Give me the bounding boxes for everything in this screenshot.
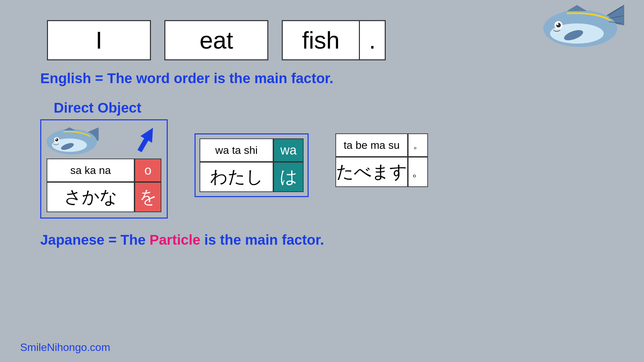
direct-object-title: Direct Object (54, 100, 141, 116)
word-box-eat: eat (164, 20, 268, 60)
website-text: SmileNihongo.com (20, 341, 110, 353)
wa-japanese-cell: は (273, 162, 304, 192)
word-fish-text: fish (302, 26, 339, 54)
tabemasu-japanese-cell: たべます (335, 157, 408, 187)
japanese-prefix: Japanese = (40, 232, 120, 248)
watashi-romaji-row: wa ta shi wa (200, 138, 304, 162)
tabemasu-romaji-cell: ta be ma su (335, 133, 408, 157)
direct-object-box: sa ka na o さかな を (40, 119, 168, 219)
wa-romaji-cell: wa (273, 138, 304, 162)
sakana-romaji-row: sa ka na o (47, 159, 161, 182)
watashi-japanese-row: わたし は (200, 162, 304, 192)
japanese-label: Japanese = The Particle is the main fact… (40, 232, 624, 248)
word-eat-text: eat (200, 26, 233, 54)
wo-particle-cell: を (135, 182, 161, 212)
sentence-row: I eat fish . (47, 20, 624, 60)
svg-point-17 (55, 138, 58, 141)
main-container: I eat fish . English = The word order is… (0, 0, 644, 362)
period-text: . (369, 26, 376, 54)
word-box-period: . (359, 20, 386, 60)
svg-point-18 (55, 138, 57, 140)
svg-point-7 (556, 23, 558, 25)
japanese-middle: The (120, 232, 149, 248)
arrow-svg (135, 126, 158, 153)
period-romaji-cell: 。 (408, 133, 428, 157)
website-footer: SmileNihongo.com (20, 341, 110, 354)
word-box-fish-container: fish . (282, 20, 386, 60)
sakana-romaji-cell: sa ka na (47, 159, 135, 182)
svg-marker-3 (567, 5, 587, 11)
english-label: English = The word order is the main fac… (40, 70, 624, 86)
bottom-section: Direct Object (40, 100, 624, 219)
fish-illustration-top (540, 2, 627, 55)
english-suffix: The word order is the main factor. (107, 70, 333, 86)
direct-object-block: Direct Object (40, 100, 168, 219)
watashi-romaji-cell: wa ta shi (200, 138, 273, 162)
watashi-block: wa ta shi wa わたし は (195, 133, 309, 197)
svg-marker-19 (135, 126, 158, 153)
tabemasu-block: ta be ma su 。 たべます 。 (335, 133, 428, 187)
watashi-japanese-cell: わたし (200, 162, 273, 192)
sakana-japanese-row: さかな を (47, 182, 161, 212)
sakana-japanese-cell: さかな (47, 182, 135, 212)
japanese-suffix: is the main factor. (200, 232, 324, 248)
fish-small-svg (47, 126, 100, 156)
word-box-i: I (47, 20, 151, 60)
o-particle-cell: o (135, 159, 161, 182)
word-box-fish: fish (282, 20, 359, 60)
tabemasu-romaji-row: ta be ma su 。 (335, 133, 428, 157)
word-i-text: I (96, 26, 102, 54)
tabemasu-japanese-row: たべます 。 (335, 157, 428, 187)
svg-marker-14 (63, 127, 75, 130)
period-japanese-cell: 。 (408, 157, 428, 187)
english-prefix: English = (40, 70, 107, 86)
particle-word: Particle (150, 232, 201, 248)
